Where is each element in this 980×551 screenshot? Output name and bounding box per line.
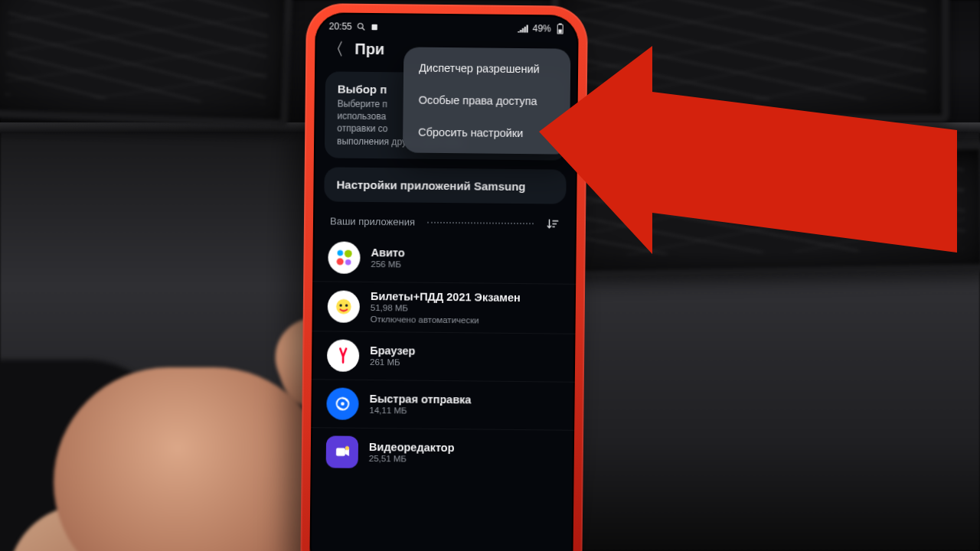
page-title: При bbox=[354, 41, 384, 58]
svg-point-9 bbox=[345, 259, 351, 266]
app-name: Быстрая отправка bbox=[369, 393, 471, 406]
app-icon-pdd bbox=[328, 290, 360, 322]
app-row-quickshare[interactable]: Быстрая отправка 14,11 МБ bbox=[311, 380, 575, 431]
app-name: Браузер bbox=[370, 344, 415, 357]
svg-point-7 bbox=[345, 249, 352, 257]
app-row-videoeditor[interactable]: Видеоредактор 25,51 МБ bbox=[311, 428, 575, 478]
overflow-menu: Диспетчер разрешений Особые права доступ… bbox=[403, 47, 570, 154]
menu-special-access[interactable]: Особые права доступа bbox=[403, 83, 570, 117]
phone-frame: 20:55 49% 〈 Пр bbox=[300, 3, 588, 551]
app-status: Отключено автоматически bbox=[371, 315, 521, 325]
app-size: 256 МБ bbox=[371, 259, 404, 269]
apps-list: Авито 256 МБ Билеты+ПДД 2021 Экзамен 51,… bbox=[311, 233, 577, 478]
app-icon-videoeditor bbox=[326, 435, 358, 468]
app-icon-quickshare bbox=[326, 387, 358, 419]
divider-dots bbox=[427, 222, 534, 224]
app-size: 25,51 МБ bbox=[369, 454, 455, 464]
app-size: 51,98 МБ bbox=[371, 303, 521, 314]
app-row-pdd[interactable]: Билеты+ПДД 2021 Экзамен 51,98 МБ Отключе… bbox=[312, 282, 576, 334]
menu-permission-manager[interactable]: Диспетчер разрешений bbox=[403, 51, 570, 85]
app-size: 14,11 МБ bbox=[369, 406, 471, 416]
svg-point-6 bbox=[338, 250, 344, 256]
svg-rect-15 bbox=[336, 448, 345, 456]
svg-point-8 bbox=[337, 258, 344, 265]
app-size: 261 МБ bbox=[370, 357, 415, 367]
your-apps-section: Ваши приложения bbox=[313, 214, 577, 236]
svg-point-14 bbox=[341, 402, 345, 406]
app-row-browser[interactable]: Браузер 261 МБ bbox=[312, 331, 576, 383]
back-button[interactable]: 〈 bbox=[327, 41, 344, 57]
app-icon-avito bbox=[328, 241, 360, 273]
sort-button[interactable] bbox=[546, 217, 560, 230]
app-name: Авито bbox=[371, 246, 404, 259]
app-name: Билеты+ПДД 2021 Экзамен bbox=[371, 290, 521, 304]
app-name: Видеоредактор bbox=[369, 441, 455, 454]
samsung-app-settings[interactable]: Настройки приложений Samsung bbox=[324, 167, 566, 204]
svg-point-10 bbox=[336, 299, 351, 315]
section-label: Ваши приложения bbox=[330, 216, 415, 228]
app-icon-yandex bbox=[327, 339, 359, 371]
menu-reset-settings[interactable]: Сбросить настройки bbox=[403, 116, 570, 149]
app-row-avito[interactable]: Авито 256 МБ bbox=[312, 233, 577, 285]
phone-screen: 20:55 49% 〈 Пр bbox=[309, 12, 579, 551]
